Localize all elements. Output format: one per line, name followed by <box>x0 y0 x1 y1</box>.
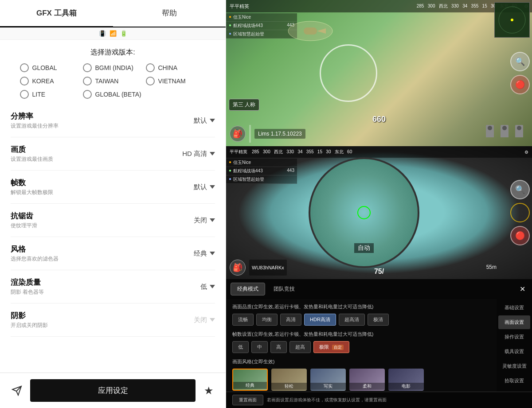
quality-chevron <box>210 152 215 155</box>
radio-globalbeta[interactable] <box>83 90 92 99</box>
scope-view: 自动 <box>309 157 419 268</box>
style-classic[interactable]: 经典 <box>232 369 268 391</box>
radio-korea[interactable] <box>20 77 29 85</box>
radio-bgmi[interactable] <box>83 63 92 72</box>
resolution-dropdown[interactable]: 默认 <box>180 117 215 125</box>
screenshot-top: 平平精英 285 300 西北 330 34 355 15 30 东北 60 ⚙… <box>226 0 532 146</box>
antialiasing-dropdown[interactable]: 关闭 <box>180 216 215 225</box>
style-movie-label: 电影 <box>388 383 424 390</box>
quality-extreme-clear[interactable]: 极清 <box>368 314 389 326</box>
style-light[interactable]: 轻松 <box>271 369 307 391</box>
mid-player-name-3: 区域智慧起始登 <box>233 176 264 183</box>
distance-indicator: 55m <box>486 264 497 270</box>
version-korea-label: KOREA <box>32 78 54 85</box>
version-bgmi[interactable]: BGMI (INDIA) <box>83 63 143 72</box>
targets <box>486 125 523 137</box>
wifi-icon: 📶 <box>110 30 117 37</box>
player-name-1: 信玉Nice <box>233 14 251 20</box>
version-taiwan[interactable]: TAIWAN <box>83 77 143 85</box>
version-lite[interactable]: LITE <box>20 90 80 99</box>
setting-fps: 帧数 解锁最大帧数极限 默认 <box>11 171 215 204</box>
radio-lite[interactable] <box>20 90 29 99</box>
apply-button[interactable]: 应用设定 <box>30 379 196 402</box>
fps-dropdown[interactable]: 默认 <box>180 183 215 191</box>
scope-btn[interactable]: 🔍 <box>510 52 530 71</box>
quality-hd[interactable]: 高清 <box>280 314 301 326</box>
sidebar-sensitivity[interactable]: 灵敏度设置 <box>498 359 530 373</box>
mid-hud-coords: 285 300 西北 330 34 355 15 30 东北 60 <box>252 149 352 155</box>
style-soft[interactable]: 柔和 <box>349 369 385 391</box>
mid-hud-gear: ⚙ <box>524 150 528 155</box>
fps-ultra[interactable]: 超高 <box>289 341 311 353</box>
svg-point-6 <box>499 7 525 33</box>
fps-low[interactable]: 低 <box>232 341 249 353</box>
radio-vietnam[interactable] <box>146 77 155 85</box>
version-global[interactable]: GLOBAL <box>20 63 80 72</box>
sidebar-vehicle[interactable]: 载具设置 <box>498 345 530 358</box>
aim-circle <box>510 203 530 222</box>
shadow-desc: 开启或关闭阴影 <box>11 322 48 329</box>
style-value: 经典 <box>194 249 207 258</box>
svg-point-2 <box>288 21 332 41</box>
fps-mid[interactable]: 中 <box>251 341 268 353</box>
style-light-label: 轻松 <box>271 383 307 390</box>
version-title: 选择游戏版本: <box>11 48 215 57</box>
quality-dropdown[interactable]: HD 高清 <box>180 150 215 158</box>
style-dropdown[interactable]: 经典 <box>180 249 215 258</box>
antialiasing-desc: 使纹理平滑 <box>11 222 37 229</box>
render-chevron <box>210 285 215 288</box>
shoot-btn[interactable]: 🔴 <box>510 75 530 94</box>
sidebar-controls[interactable]: 操作设置 <box>498 330 530 344</box>
radio-china[interactable] <box>146 63 155 72</box>
team-battle-tab[interactable]: 团队竞技 <box>267 283 301 295</box>
screenshot-bottom: 经典模式 团队竞技 ✕ 画面品质(立即生效,若运行卡顿、发热量和耗电量过大可适当… <box>226 279 532 408</box>
quality-ultrahd[interactable]: 超高清 <box>339 314 365 326</box>
fps-desc: 解锁最大帧数极限 <box>11 189 53 196</box>
svg-rect-3 <box>304 27 317 35</box>
version-vietnam[interactable]: VIETNAM <box>146 77 206 85</box>
version-vietnam-label: VIETNAM <box>158 78 186 85</box>
mid-player-list: ● 信玉Nice ● 航程域战场443 443 ● 区域智慧起始登 <box>226 159 297 184</box>
sidebar-display[interactable]: 画面设置 <box>498 315 530 329</box>
shadow-dropdown[interactable]: 关闭 <box>180 316 215 324</box>
divider <box>249 125 251 143</box>
quality-smooth[interactable]: 流畅 <box>232 314 254 326</box>
style-movie[interactable]: 电影 <box>388 369 424 391</box>
version-globalbeta[interactable]: GLOBAL (BETA) <box>83 90 206 99</box>
settings-close-button[interactable]: ✕ <box>517 284 528 295</box>
tab-help[interactable]: 帮助 <box>113 0 226 27</box>
fps-high[interactable]: 高 <box>270 341 287 353</box>
send-icon[interactable] <box>9 383 25 399</box>
fps-badge: 自定 <box>332 345 344 350</box>
version-grid: GLOBAL BGMI (INDIA) CHINA KOREA TAIWAN <box>20 63 206 99</box>
quality-hdr[interactable]: HDR高清 <box>304 314 336 326</box>
reset-button[interactable]: 重置画面 <box>232 395 263 405</box>
hud-title: 平平精英 <box>230 3 249 10</box>
hud-version-info: Lims 1.17.5.10223 <box>254 129 305 139</box>
quality-balanced[interactable]: 均衡 <box>256 314 278 326</box>
mid-scope-btn[interactable]: 🔍 <box>510 180 530 199</box>
sidebar-pickup[interactable]: 拾取设置 <box>498 374 530 388</box>
fps-extreme[interactable]: 极限 自定 <box>313 341 349 353</box>
shadow-title: 阴影 <box>11 311 48 321</box>
star-icon[interactable]: ★ <box>201 383 217 399</box>
mid-player-name-2: 航程域战场443 <box>233 168 263 174</box>
player-name-3: 区域智慧起始登 <box>233 31 264 37</box>
version-korea[interactable]: KOREA <box>20 77 80 85</box>
scope-crosshair <box>357 206 371 219</box>
radio-global[interactable] <box>20 63 29 72</box>
tab-gfx[interactable]: GFX 工具箱 <box>0 0 113 27</box>
quality-title: 画质 <box>11 144 53 155</box>
mid-shoot-btn[interactable]: 🔴 <box>510 226 530 245</box>
render-dropdown[interactable]: 低 <box>180 283 215 291</box>
radio-taiwan[interactable] <box>83 77 92 85</box>
classic-mode-tab[interactable]: 经典模式 <box>231 283 265 295</box>
settings-tabs-row: 经典模式 团队竞技 ✕ <box>226 279 532 299</box>
vibrate-icon: 📳 <box>99 30 106 37</box>
right-controls-top: 🔍 🔴 <box>510 52 530 94</box>
sidebar-basic[interactable]: 基础设置 <box>498 301 530 315</box>
version-china[interactable]: CHINA <box>146 63 206 72</box>
player-row-3: ● 区域智慧起始登 <box>226 30 297 39</box>
style-realistic[interactable]: 写实 <box>310 369 346 391</box>
top-hud: 平平精英 285 300 西北 330 34 355 15 30 东北 60 ⚙ <box>226 0 532 12</box>
